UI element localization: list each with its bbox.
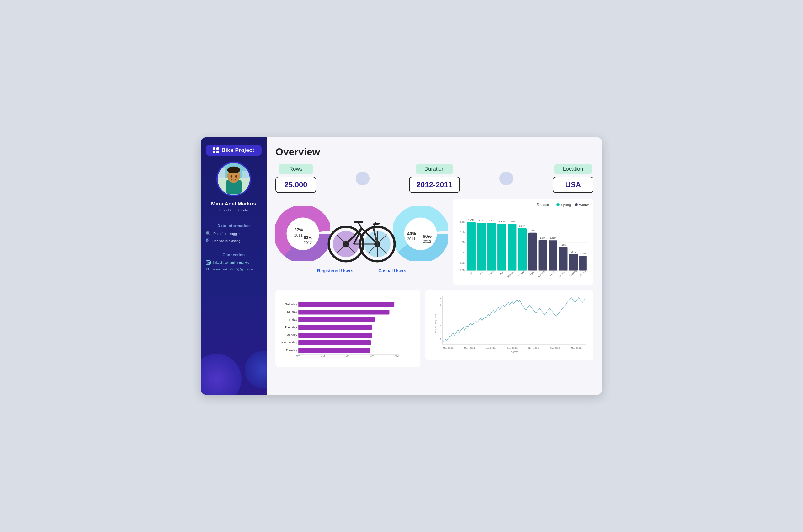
email-address: mina.markos6565@gmail.com <box>213 268 255 271</box>
svg-text:2.39M: 2.39M <box>510 221 515 223</box>
bar-chart-legend-row: Season Spring Winter <box>456 202 589 207</box>
user-title: Junior Data Scientist <box>218 208 250 212</box>
svg-text:May 2011: May 2011 <box>464 347 476 349</box>
dashboard: Bike Project Mina Ade <box>201 137 602 395</box>
rows-value: 25.000 <box>275 177 316 193</box>
bike-image <box>327 198 396 269</box>
svg-text:4: 4 <box>440 317 442 320</box>
svg-rect-7 <box>218 168 225 179</box>
svg-rect-106 <box>298 340 371 345</box>
bottom-row: Saturday Sunday Friday Thursday Monday W… <box>275 290 593 367</box>
svg-point-6 <box>235 175 237 177</box>
bar-chart-seasonal: Season Spring Winter 2.5M 2.0M 1.5M 1 <box>453 198 593 285</box>
divider-2 <box>211 249 256 249</box>
svg-text:1.5M: 1.5M <box>460 241 465 244</box>
svg-text:60%: 60% <box>423 234 432 239</box>
search-icon: 🔍 <box>206 231 211 236</box>
logo-text: Bike Project <box>222 147 254 153</box>
casual-label: Casual Users <box>378 268 406 273</box>
svg-text:4M: 4M <box>395 354 399 357</box>
registered-donut: 37% 2011 63% 2012 <box>275 206 330 261</box>
rows-label: Rows <box>279 164 313 174</box>
svg-rect-65 <box>497 224 506 270</box>
svg-rect-81 <box>579 256 587 270</box>
svg-text:1.94M: 1.94M <box>530 229 535 231</box>
avatar-image <box>218 162 250 195</box>
svg-rect-75 <box>549 240 557 270</box>
svg-text:Wednesday: Wednesday <box>281 341 298 344</box>
svg-rect-61 <box>477 223 486 271</box>
svg-text:Mar 2011: Mar 2011 <box>443 347 454 349</box>
license-icon: 🗄 <box>206 239 210 243</box>
svg-text:3M: 3M <box>370 354 374 357</box>
bike-chart-area: 37% 2011 63% 2012 <box>275 198 448 273</box>
svg-text:2: 2 <box>440 331 442 334</box>
svg-text:2012: 2012 <box>304 241 312 245</box>
svg-text:0.84M: 0.84M <box>571 251 576 253</box>
svg-text:Tuesday: Tuesday <box>286 348 298 352</box>
page-title: Overview <box>275 146 593 158</box>
svg-rect-96 <box>298 302 394 307</box>
svg-text:0.74M: 0.74M <box>580 252 586 255</box>
data-info-label: Data Information <box>217 224 250 228</box>
svg-text:0M: 0M <box>297 354 300 357</box>
svg-text:2.44M: 2.44M <box>489 220 494 222</box>
svg-text:2011: 2011 <box>407 237 416 241</box>
svg-text:63%: 63% <box>304 235 313 240</box>
avatar <box>216 162 251 196</box>
spring-label: Spring <box>561 203 571 207</box>
svg-rect-100 <box>298 317 375 322</box>
location-value: USA <box>553 177 593 193</box>
email-item[interactable]: ✉ mina.markos6565@gmail.com <box>206 267 262 271</box>
svg-text:2.5M: 2.5M <box>460 221 465 223</box>
donut-labels-row: Registered Users Casual Users <box>317 268 406 273</box>
svg-text:The Avg Daily Total: The Avg Daily Total <box>434 314 437 335</box>
svg-rect-77 <box>559 247 568 270</box>
linkedin-item[interactable]: in linkedin.com/mina-markos <box>206 260 262 265</box>
svg-text:Thursday: Thursday <box>285 325 297 329</box>
duration-card: Duration 2012-2011 <box>409 164 460 193</box>
svg-text:1.19M: 1.19M <box>560 244 566 246</box>
circle-spacer-2 <box>499 172 513 185</box>
duration-label: Duration <box>416 164 453 174</box>
svg-text:1.0M: 1.0M <box>460 251 465 254</box>
svg-text:Saturday: Saturday <box>285 302 298 306</box>
sidebar: Bike Project Mina Ade <box>201 137 267 395</box>
svg-rect-79 <box>569 254 578 271</box>
season-label: Season <box>536 202 550 207</box>
logo: Bike Project <box>206 145 262 156</box>
deco-circle-2 <box>245 351 267 388</box>
svg-text:July: July <box>468 271 473 276</box>
svg-text:Sep 2011: Sep 2011 <box>507 347 518 349</box>
svg-text:March: March <box>549 270 556 277</box>
svg-text:2.40M: 2.40M <box>499 220 505 222</box>
connection-label: Connection <box>223 253 245 257</box>
winter-label: Winter <box>579 203 589 207</box>
svg-text:40%: 40% <box>407 231 416 236</box>
svg-text:0.0M: 0.0M <box>460 269 465 272</box>
svg-text:DATE: DATE <box>510 351 518 354</box>
divider-1 <box>211 220 256 220</box>
svg-rect-63 <box>487 223 496 271</box>
hbar-chart: Saturday Sunday Friday Thursday Monday W… <box>275 290 420 367</box>
svg-text:7: 7 <box>440 297 442 299</box>
linkedin-url: linkedin.com/mina-markos <box>213 261 249 264</box>
svg-rect-73 <box>539 240 547 271</box>
svg-text:37%: 37% <box>294 227 303 232</box>
casual-donut: 40% 2011 60% 2012 <box>393 206 448 261</box>
svg-text:Nov 2011: Nov 2011 <box>528 347 539 349</box>
svg-rect-35 <box>354 221 363 223</box>
rows-card: Rows 25.000 <box>275 164 316 193</box>
line-chart-svg: The Avg Daily Total 7 6 5 4 3 2 1 DATE M… <box>428 293 590 356</box>
svg-rect-59 <box>467 222 476 270</box>
svg-text:Monday: Monday <box>286 333 297 337</box>
hbar-svg: Saturday Sunday Friday Thursday Monday W… <box>279 294 415 363</box>
svg-rect-71 <box>528 233 537 271</box>
svg-text:May: May <box>499 271 504 276</box>
svg-point-4 <box>227 167 240 173</box>
svg-rect-98 <box>298 310 389 315</box>
kaggle-label: Data from kaggle <box>213 232 240 235</box>
svg-text:2.16M: 2.16M <box>519 225 525 227</box>
location-label: Location <box>554 164 592 174</box>
svg-text:August: August <box>487 270 495 277</box>
